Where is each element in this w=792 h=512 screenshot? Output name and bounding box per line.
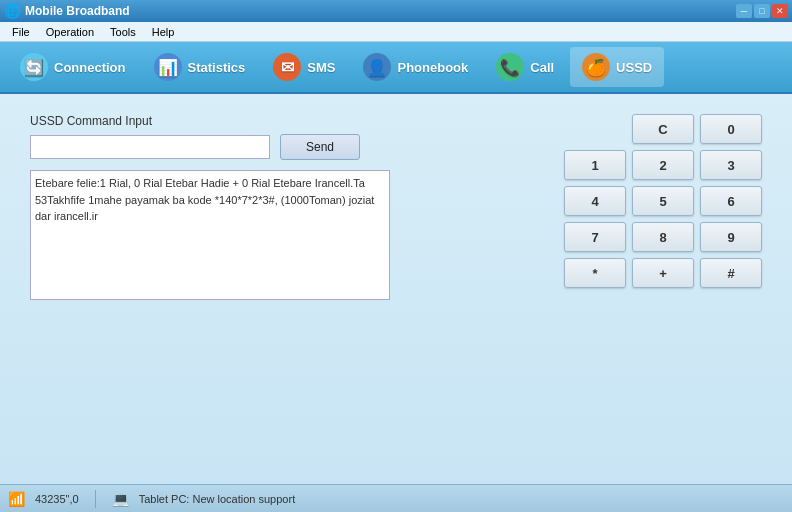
tab-statistics-label: Statistics <box>188 60 246 75</box>
status-divider <box>95 490 96 508</box>
main-content: USSD Command Input Send Etebare felie:1 … <box>0 94 792 484</box>
sms-icon: ✉ <box>273 53 301 81</box>
key-star[interactable]: * <box>564 258 626 288</box>
minimize-button[interactable]: ─ <box>736 4 752 18</box>
tab-ussd-label: USSD <box>616 60 652 75</box>
maximize-button[interactable]: □ <box>754 4 770 18</box>
menu-file[interactable]: File <box>4 24 38 40</box>
ussd-command-input[interactable] <box>30 135 270 159</box>
key-C[interactable]: C <box>632 114 694 144</box>
key-0[interactable]: 0 <box>700 114 762 144</box>
status-bar: 📶 43235",0 💻 Tablet PC: New location sup… <box>0 484 792 512</box>
nav-bar: 🔄 Connection 📊 Statistics ✉ SMS 👤 Phoneb… <box>0 42 792 94</box>
key-3[interactable]: 3 <box>700 150 762 180</box>
menu-help[interactable]: Help <box>144 24 183 40</box>
tab-call-label: Call <box>530 60 554 75</box>
tab-call[interactable]: 📞 Call <box>484 47 566 87</box>
tab-connection-label: Connection <box>54 60 126 75</box>
tab-phonebook-label: Phonebook <box>397 60 468 75</box>
title-bar-left: 🌐 Mobile Broadband <box>4 3 130 19</box>
phonebook-icon: 👤 <box>363 53 391 81</box>
key-plus[interactable]: + <box>632 258 694 288</box>
keypad: C 0 1 2 3 4 5 6 7 8 9 * + # <box>564 114 762 288</box>
output-area-wrapper: Etebare felie:1 Rial, 0 Rial Etebar Hadi… <box>30 170 400 300</box>
key-hash[interactable]: # <box>700 258 762 288</box>
ussd-output: Etebare felie:1 Rial, 0 Rial Etebar Hadi… <box>30 170 390 300</box>
tab-sms[interactable]: ✉ SMS <box>261 47 347 87</box>
key-6[interactable]: 6 <box>700 186 762 216</box>
key-1[interactable]: 1 <box>564 150 626 180</box>
title-bar: 🌐 Mobile Broadband ─ □ ✕ <box>0 0 792 22</box>
tab-statistics[interactable]: 📊 Statistics <box>142 47 258 87</box>
menu-tools[interactable]: Tools <box>102 24 144 40</box>
app-title: Mobile Broadband <box>25 4 130 18</box>
tab-phonebook[interactable]: 👤 Phonebook <box>351 47 480 87</box>
call-icon: 📞 <box>496 53 524 81</box>
statistics-icon: 📊 <box>154 53 182 81</box>
connection-status-icon: 💻 <box>112 491 129 507</box>
status-message: Tablet PC: New location support <box>139 493 296 505</box>
signal-icon: 📶 <box>8 491 25 507</box>
send-button[interactable]: Send <box>280 134 360 160</box>
key-5[interactable]: 5 <box>632 186 694 216</box>
menu-bar: File Operation Tools Help <box>0 22 792 42</box>
tab-connection[interactable]: 🔄 Connection <box>8 47 138 87</box>
title-bar-controls: ─ □ ✕ <box>736 4 788 18</box>
key-9[interactable]: 9 <box>700 222 762 252</box>
signal-text: 43235",0 <box>35 493 79 505</box>
close-button[interactable]: ✕ <box>772 4 788 18</box>
tab-sms-label: SMS <box>307 60 335 75</box>
key-4[interactable]: 4 <box>564 186 626 216</box>
key-7[interactable]: 7 <box>564 222 626 252</box>
app-icon: 🌐 <box>4 3 21 19</box>
ussd-icon: 🍊 <box>582 53 610 81</box>
key-8[interactable]: 8 <box>632 222 694 252</box>
key-2[interactable]: 2 <box>632 150 694 180</box>
connection-icon: 🔄 <box>20 53 48 81</box>
menu-operation[interactable]: Operation <box>38 24 102 40</box>
output-text: Etebare felie:1 Rial, 0 Rial Etebar Hadi… <box>35 177 374 222</box>
tab-ussd[interactable]: 🍊 USSD <box>570 47 664 87</box>
